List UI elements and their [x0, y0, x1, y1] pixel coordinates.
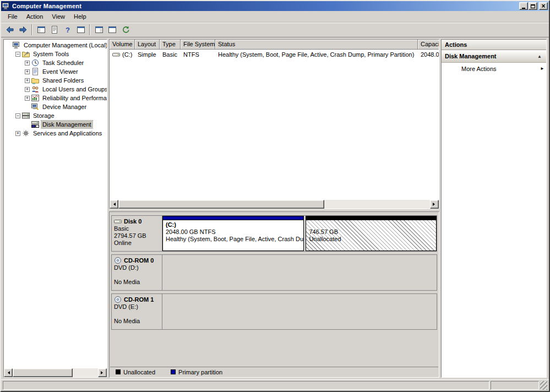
actions-pane: Actions Disk Management ▲ More Actions ► — [441, 39, 547, 378]
scroll-right-button[interactable] — [98, 368, 107, 377]
tree-scrollbar-thumb[interactable] — [13, 368, 73, 377]
actions-pane-title: Actions — [442, 40, 546, 50]
expand-plus-icon[interactable]: + — [25, 96, 30, 101]
resize-grip[interactable] — [540, 381, 547, 390]
tree-item-reliability-and-performance[interactable]: +Reliability and Performance — [4, 94, 107, 102]
partition-c[interactable]: (C:)2048.00 GB NTFSHealthy (System, Boot… — [162, 216, 304, 251]
console-tree: Computer Management (Local)−System Tools… — [4, 40, 107, 368]
cell-file-system: NTFS — [181, 51, 215, 58]
tree-horizontal-scrollbar[interactable] — [4, 368, 107, 377]
tree-item-label: Services and Applications — [32, 129, 103, 137]
volume-list: VolumeLayoutTypeFile SystemStatusCapacit… — [109, 39, 439, 209]
menu-view[interactable]: View — [47, 12, 69, 21]
flyout-arrow-icon: ► — [540, 66, 544, 71]
column-header-volume[interactable]: Volume — [110, 40, 135, 50]
tree-item-shared-folders[interactable]: +Shared Folders — [4, 76, 107, 85]
menu-action[interactable]: Action — [22, 12, 48, 21]
volume-list-body: (C:)SimpleBasicNTFSHealthy (System, Boot… — [110, 50, 439, 200]
help-button[interactable]: ? — [61, 24, 74, 36]
tree-item-services-and-applications[interactable]: +Services and Applications — [4, 129, 107, 138]
tree-item-task-scheduler[interactable]: +Task Scheduler — [4, 58, 107, 67]
disk-management-section-header[interactable]: Disk Management ▲ — [442, 50, 546, 63]
tree-item-storage[interactable]: −Storage — [4, 111, 107, 120]
collapse-minus-icon[interactable]: − — [15, 113, 20, 118]
close-button[interactable]: × — [539, 2, 548, 10]
media-region[interactable] — [162, 255, 437, 290]
window-icon — [77, 25, 85, 34]
expand-plus-icon[interactable]: + — [15, 131, 20, 136]
disk-info-line — [114, 311, 160, 318]
menu-help[interactable]: Help — [69, 12, 91, 21]
right-arrow-icon — [433, 203, 437, 206]
graphical-view-rows: Disk 0Basic2794.57 GBOnline(C:)2048.00 G… — [110, 212, 439, 330]
volume-row[interactable]: (C:)SimpleBasicNTFSHealthy (System, Boot… — [110, 50, 439, 59]
disk-name: Disk 0 — [124, 218, 141, 225]
partition-color-strip — [306, 216, 436, 220]
menu-bar: FileActionViewHelp — [1, 11, 549, 23]
unallocated-region[interactable]: 746.57 GBUnallocated — [306, 216, 437, 251]
cd-rom-1-header[interactable]: CD-ROM 1DVD (E:)No Media — [112, 294, 162, 329]
scroll-right-button[interactable] — [430, 200, 439, 209]
details-pane: VolumeLayoutTypeFile SystemStatusCapacit… — [109, 39, 439, 378]
scroll-left-button[interactable] — [4, 368, 13, 377]
tree-item-local-users-and-groups[interactable]: +Local Users and Groups — [4, 85, 107, 94]
partition-size: 746.57 GB — [309, 228, 433, 236]
show-hide-action-pane-button[interactable] — [92, 24, 105, 36]
disk-info-line: No Media — [114, 279, 160, 286]
work-area: Computer Management (Local)−System Tools… — [1, 37, 549, 379]
disk-info-line: DVD (E:) — [114, 303, 160, 311]
status-pane-right — [491, 381, 539, 390]
refresh-button[interactable] — [119, 24, 132, 36]
tree-item-event-viewer[interactable]: +Event Viewer — [4, 67, 107, 76]
expand-plus-icon[interactable]: + — [25, 87, 30, 92]
volume-list-scrollbar-thumb[interactable] — [118, 200, 324, 209]
new-window-button[interactable] — [106, 24, 118, 36]
menu-file[interactable]: File — [3, 12, 22, 21]
collapse-section-icon[interactable]: ▲ — [537, 54, 542, 59]
collapse-minus-icon[interactable]: − — [15, 52, 20, 57]
primary-partition-swatch — [171, 369, 176, 374]
column-header-layout[interactable]: Layout — [135, 40, 160, 50]
scroll-left-button[interactable] — [110, 200, 118, 209]
column-header-file-system[interactable]: File System — [181, 40, 215, 50]
media-region[interactable] — [162, 294, 437, 329]
title-bar: Computer Management × — [1, 1, 549, 11]
disk-info-line: DVD (D:) — [114, 264, 160, 271]
task-scheduler-icon — [31, 59, 40, 67]
volume-label: (C:) — [122, 51, 132, 58]
expand-plus-icon[interactable]: + — [25, 61, 30, 66]
show-hide-console-tree-button[interactable] — [35, 24, 47, 36]
disk-name: CD-ROM 0 — [124, 257, 154, 264]
cell-volume: (C:) — [110, 51, 135, 58]
disk-0-header[interactable]: Disk 0Basic2794.57 GBOnline — [112, 216, 162, 251]
volume-list-horizontal-scrollbar[interactable] — [110, 200, 439, 209]
column-header-capacity[interactable]: Capacity — [418, 40, 439, 50]
minimize-button[interactable] — [519, 2, 528, 10]
disk-info-line: 2794.57 GB — [114, 232, 160, 239]
hard-disk-icon — [114, 217, 122, 225]
tree-item-label: Computer Management (Local) — [23, 41, 107, 49]
expand-plus-icon[interactable]: + — [25, 69, 30, 74]
disk-info-line: Online — [114, 239, 160, 247]
tree-item-computer-management-local[interactable]: Computer Management (Local) — [4, 41, 107, 50]
tree-item-disk-management[interactable]: Disk Management — [4, 120, 107, 129]
properties-button[interactable] — [74, 24, 87, 36]
cd-rom-0-header[interactable]: CD-ROM 0DVD (D:)No Media — [112, 255, 162, 290]
disk-info-line: No Media — [114, 318, 160, 325]
tree-item-device-manager[interactable]: Device Manager — [4, 102, 107, 111]
back-button[interactable] — [3, 24, 16, 36]
volume-list-scrollbar-track[interactable] — [118, 200, 430, 209]
more-actions-label: More Actions — [461, 66, 497, 72]
tree-scrollbar-track[interactable] — [13, 368, 98, 377]
column-header-status[interactable]: Status — [215, 40, 418, 50]
export-list-button[interactable] — [48, 24, 61, 36]
disk-management-icon — [31, 121, 40, 128]
more-actions-item[interactable]: More Actions ► — [442, 63, 546, 74]
status-pane-left — [3, 381, 489, 390]
maximize-button[interactable] — [529, 2, 537, 10]
section-title: Disk Management — [445, 53, 497, 59]
column-header-type[interactable]: Type — [160, 40, 181, 50]
tree-item-system-tools[interactable]: −System Tools — [4, 50, 107, 58]
forward-button[interactable] — [17, 24, 29, 36]
expand-plus-icon[interactable]: + — [25, 78, 30, 83]
